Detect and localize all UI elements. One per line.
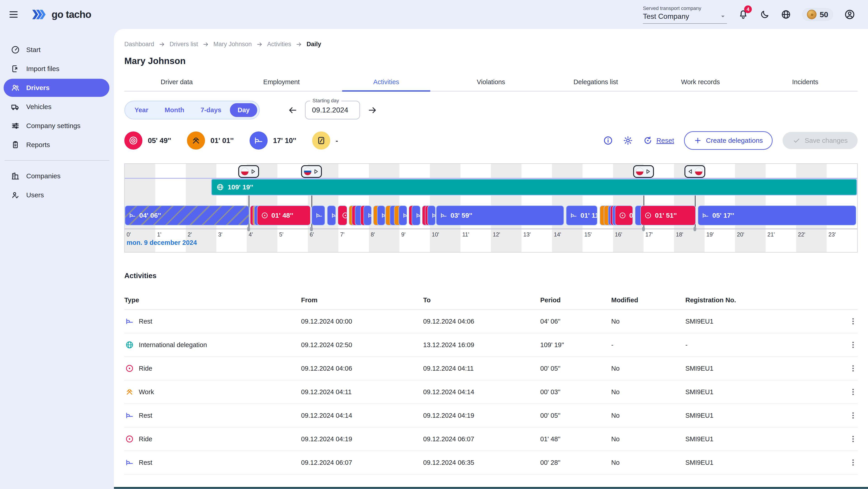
tab-employment[interactable]: Employment [229,73,334,91]
sidebar-item-users[interactable]: Users [4,186,110,204]
next-day-button[interactable] [367,105,377,115]
timeline-segment-rest[interactable] [327,205,336,225]
kebab-menu-icon[interactable] [848,340,858,349]
tab-delegations-list[interactable]: Delegations list [544,73,648,91]
kebab-menu-icon[interactable] [848,364,858,373]
breadcrumb-item[interactable]: Mary Johnson [213,41,252,48]
sidebar-item-import-files[interactable]: Import files [4,60,110,78]
kebab-menu-icon[interactable] [848,317,858,326]
chevron-down-icon [719,12,727,20]
border-crossing-badge[interactable] [238,165,259,178]
sidebar-item-drivers[interactable]: Drivers [4,79,110,97]
availability-icon [316,136,326,145]
range-tab-7-days[interactable]: 7-days [193,103,229,117]
kebab-menu-icon[interactable] [848,458,858,467]
range-tab-year[interactable]: Year [127,103,156,117]
tab-incidents[interactable]: Incidents [753,73,858,91]
summary-rest-value: 17' 10'' [273,137,296,145]
bed-icon [125,458,134,467]
timeline-segment-ride[interactable]: 01' 51'' [640,205,695,225]
kebab-menu-icon[interactable] [848,434,858,443]
activities-table-title: Activities [124,271,858,280]
breadcrumb-item: Daily [307,41,321,48]
breadcrumb-item[interactable]: Activities [267,41,291,48]
timeline-segment-ride[interactable]: 01' 48'' [257,205,311,225]
create-delegations-button[interactable]: Create delegations [684,131,773,150]
sk-flag-icon [304,168,311,175]
timeline-segment-rest[interactable] [412,205,421,225]
reset-icon [643,136,653,145]
previous-day-button[interactable] [288,105,298,115]
breadcrumb-item[interactable]: Drivers list [169,41,198,48]
border-crossing-badge[interactable] [684,165,705,178]
range-tab-day[interactable]: Day [230,103,257,117]
timeline-segment-rest[interactable]: 05' 17'' [698,205,856,225]
sidebar-item-start[interactable]: Start [4,41,110,59]
activity-from-cell: 09.12.2024 00:00 [301,318,423,325]
activity-type-label: Work [139,388,154,396]
international-delegation-bar[interactable]: 109' 19'' [211,179,857,196]
globe-icon [125,341,134,349]
sidebar-item-reports[interactable]: Reports [4,136,110,154]
menu-icon[interactable] [8,9,19,20]
sidebar-item-label: Companies [26,172,61,180]
language-button[interactable] [781,9,791,20]
save-changes-button[interactable]: Save changes [782,132,858,149]
play-right-icon [250,168,256,175]
user-account-button[interactable] [844,9,855,20]
tab-violations[interactable]: Violations [438,73,543,91]
bed-icon [702,212,709,219]
activity-period-cell: 01' 48'' [540,435,611,443]
kebab-menu-icon[interactable] [848,411,858,420]
dark-mode-toggle[interactable] [760,9,770,20]
tab-activities[interactable]: Activities [334,73,438,91]
credits-pill[interactable]: » 50 [802,8,833,21]
coin-icon: » [807,10,816,19]
sidebar-item-companies[interactable]: Companies [4,167,110,185]
timeline-segment-rest[interactable] [364,205,372,225]
timeline-segment-rest[interactable]: 03' 59'' [436,205,564,225]
activity-type-label: Ride [139,435,152,443]
starting-day-input[interactable]: Starting day 09.12.2024 [305,101,360,119]
range-tab-month[interactable]: Month [157,103,192,117]
timeline-segment-ride[interactable] [338,205,347,225]
timeline-segment-rest[interactable]: 04' 06'' [125,205,249,225]
timeline-segment-rest[interactable] [399,205,407,225]
kebab-menu-icon[interactable] [848,387,858,397]
border-crossing-badge[interactable] [301,165,322,178]
gear-icon[interactable] [623,136,633,145]
logo-chevrons-icon [32,8,47,20]
company-select[interactable]: Served transport company Test Company [643,5,727,24]
reset-button[interactable]: Reset [643,136,674,145]
activity-registration-cell: SMI9EU1 [685,459,839,466]
info-icon[interactable] [603,136,613,145]
timeline-date-link[interactable]: mon. 9 december 2024 [127,239,197,247]
sidebar-item-label: Import files [26,65,59,73]
arrow-right-icon [256,41,263,48]
work-circle-icon [187,132,205,150]
tab-work-records[interactable]: Work records [648,73,753,91]
sidebar-item-company-settings[interactable]: Company settings [4,117,110,135]
timeline-segment-rest[interactable] [311,205,325,225]
notifications-button[interactable]: 4 [738,9,749,20]
breadcrumb-item[interactable]: Dashboard [124,41,154,48]
range-toggle-group: YearMonth7-daysDay [124,101,260,119]
sidebar-item-vehicles[interactable]: Vehicles [4,98,110,116]
axis-tick-label: 10' [432,231,439,238]
tab-driver-data[interactable]: Driver data [124,73,229,91]
column-header-type: Type [124,296,301,304]
column-header-modified: Modified [611,296,685,304]
hammers-icon [125,387,134,396]
border-crossing-badge[interactable] [633,165,654,178]
axis-tick-label: 23' [829,231,836,238]
timeline-segment-rest[interactable] [377,205,385,225]
timeline-segment-ride[interactable]: 00' [615,205,633,225]
activity-from-cell: 09.12.2024 06:07 [301,459,423,466]
timeline-segment-rest[interactable]: 01' 11'' [566,205,597,225]
credits-value: 50 [819,10,828,19]
activity-period-cell: 109' 19'' [540,341,611,349]
timeline-segment-rest[interactable] [428,205,436,225]
building-icon [11,172,20,180]
activity-modified-cell: No [611,318,685,325]
hammers-icon [191,136,201,145]
